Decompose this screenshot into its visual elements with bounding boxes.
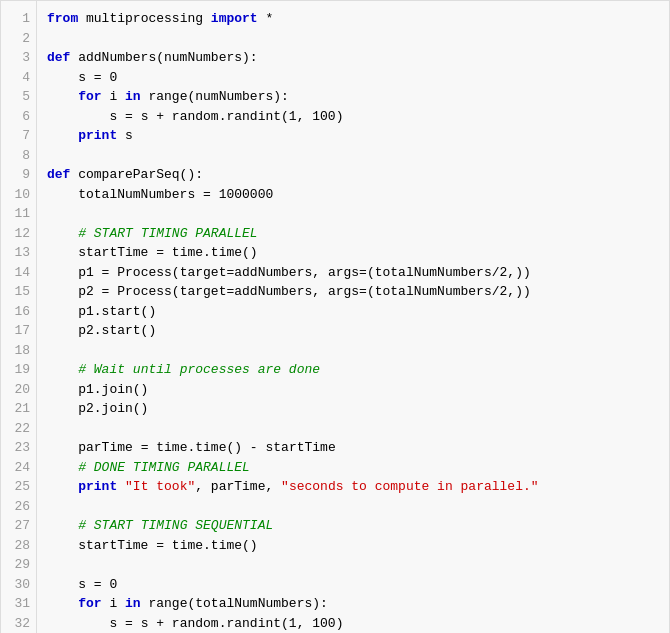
token-plain: 0 [102,577,118,592]
token-plain: totalNumNumbers [47,187,203,202]
token-eq: = [203,187,211,202]
token-plain: addNumbers, args [234,284,359,299]
code-line [47,341,661,361]
token-plain: p1.join() [47,382,148,397]
token-plain: s [117,128,133,143]
token-eq: = [125,616,133,631]
token-eq: = [94,70,102,85]
code-line: # DONE TIMING PARALLEL [47,458,661,478]
token-plain [47,226,78,241]
token-kw: in [125,596,141,611]
token-kw: in [125,89,141,104]
code-line [47,146,661,166]
line-number: 6 [9,107,30,127]
code-line: p1.start() [47,302,661,322]
line-number: 16 [9,302,30,322]
token-plain: multiprocessing [78,11,211,26]
code-line: for i in range(numNumbers): [47,87,661,107]
line-number: 4 [9,68,30,88]
line-number: 31 [9,594,30,614]
code-line: startTime = time.time() [47,243,661,263]
token-kw: def [47,50,70,65]
token-kw: print [78,479,117,494]
line-number: 25 [9,477,30,497]
line-number: 14 [9,263,30,283]
token-op: - [250,440,258,455]
token-plain: Process(target [109,265,226,280]
token-plain: s [47,616,125,631]
token-plain: addNumbers, args [234,265,359,280]
token-cm: # START TIMING SEQUENTIAL [78,518,273,533]
token-kw: def [47,167,70,182]
token-eq: = [359,265,367,280]
line-number: 12 [9,224,30,244]
code-area[interactable]: from multiprocessing import * def addNum… [37,1,669,633]
code-line [47,497,661,517]
token-kw: from [47,11,78,26]
line-number: 5 [9,87,30,107]
token-eq: = [156,245,164,260]
token-eq: = [94,577,102,592]
code-line [47,204,661,224]
token-plain [47,518,78,533]
token-plain: startTime [47,538,156,553]
line-number: 2 [9,29,30,49]
token-plain: i [102,596,125,611]
token-st: "It took" [125,479,195,494]
line-number: 8 [9,146,30,166]
token-kw: import [211,11,258,26]
token-op: + [156,616,164,631]
code-line: print "It took", parTime, "seconds to co… [47,477,661,497]
token-plain: 1000000 [211,187,273,202]
token-plain [47,128,78,143]
code-editor: 1234567891011121314151617181920212223242… [0,0,670,633]
line-number: 22 [9,419,30,439]
line-number: 18 [9,341,30,361]
token-plain: Process(target [109,284,226,299]
code-line: s = 0 [47,68,661,88]
line-number: 15 [9,282,30,302]
code-line: def addNumbers(numNumbers): [47,48,661,68]
line-number: 28 [9,536,30,556]
line-number: 17 [9,321,30,341]
code-line: # START TIMING SEQUENTIAL [47,516,661,536]
code-line: # Wait until processes are done [47,360,661,380]
token-plain: startTime [47,245,156,260]
code-line: def compareParSeq(): [47,165,661,185]
code-line: parTime = time.time() - startTime [47,438,661,458]
token-op: + [156,109,164,124]
code-line: # START TIMING PARALLEL [47,224,661,244]
token-kw: print [78,128,117,143]
token-plain: s [47,70,94,85]
code-line: s = s + random.randint(1, 100) [47,107,661,127]
token-plain: 0 [102,70,118,85]
token-st: "seconds to compute in parallel." [281,479,538,494]
token-plain: time.time() [164,538,258,553]
token-kw: for [78,596,101,611]
code-line [47,555,661,575]
token-plain: time.time() [164,245,258,260]
token-plain [47,89,78,104]
line-number: 9 [9,165,30,185]
code-line: for i in range(totalNumNumbers): [47,594,661,614]
token-plain: , parTime, [195,479,281,494]
line-number: 10 [9,185,30,205]
token-plain: random.randint(1, 100) [164,109,343,124]
token-plain: compareParSeq(): [70,167,203,182]
token-plain [47,596,78,611]
token-kw: for [78,89,101,104]
line-number: 11 [9,204,30,224]
line-numbers: 1234567891011121314151617181920212223242… [1,1,37,633]
token-eq: = [156,538,164,553]
code-line: startTime = time.time() [47,536,661,556]
token-plain: addNumbers(numNumbers): [70,50,257,65]
line-number: 1 [9,9,30,29]
token-plain: p1 [47,265,102,280]
code-line: p1 = Process(target=addNumbers, args=(to… [47,263,661,283]
code-line [47,29,661,49]
line-number: 27 [9,516,30,536]
code-line: s = 0 [47,575,661,595]
code-line: p1.join() [47,380,661,400]
token-plain: i [102,89,125,104]
code-line: print s [47,126,661,146]
